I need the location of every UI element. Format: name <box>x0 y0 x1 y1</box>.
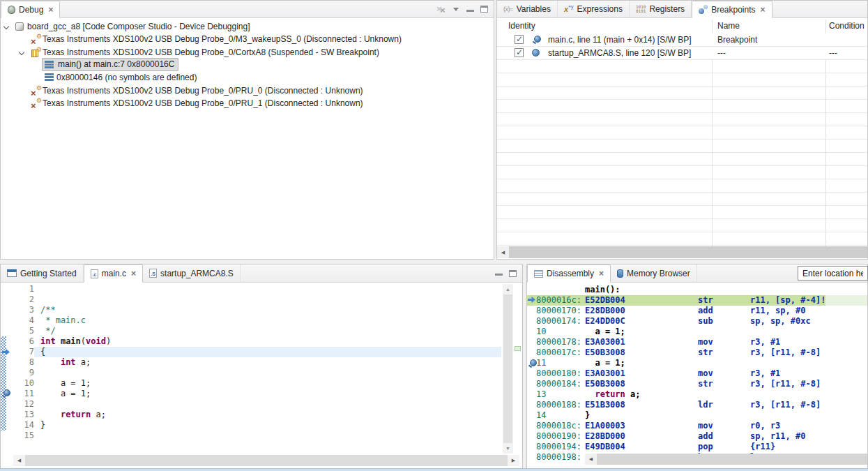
disassembly-row[interactable]: 13 return a; <box>527 389 867 400</box>
disassembly-row[interactable]: 80000180:E3A03001movr3, #1 <box>527 368 867 379</box>
code-line[interactable]: 15 <box>1 431 501 441</box>
close-icon[interactable]: × <box>599 269 604 278</box>
breakpoint-enabled-checkbox[interactable] <box>515 35 524 44</box>
chevron-down-icon[interactable] <box>3 24 9 29</box>
disassembly-row[interactable]: 80000194:E49DB004pop{r11} <box>527 442 867 452</box>
code-text: } <box>34 420 501 431</box>
debug-tree-row[interactable]: main() at main.c:7 0x8000016C <box>1 59 494 72</box>
disassembly-row[interactable]: 80000170:E28DB000addr11, sp, #0 <box>527 306 867 316</box>
close-icon[interactable]: × <box>131 269 136 278</box>
code-line[interactable]: 13 return a; <box>1 410 501 420</box>
scroll-right-icon[interactable]: ▶ <box>508 455 519 467</box>
maximize-icon[interactable] <box>505 264 519 282</box>
disassembly-row[interactable]: 80000188:E51B3008ldrr3, [r11, #-8] <box>527 400 867 410</box>
disassembly-row[interactable]: 80000178:E3A03001movr3, #1 <box>527 337 867 347</box>
scroll-down-icon[interactable]: ▼ <box>503 443 513 454</box>
tab-getting-started[interactable]: Getting Started <box>1 264 84 282</box>
debug-tree-row[interactable]: Texas Instruments XDS100v2 USB Debug Pro… <box>1 47 494 59</box>
column-identity[interactable]: Identity <box>508 21 535 31</box>
tab-expressions[interactable]: x+y Expressions <box>558 1 630 17</box>
code-line[interactable]: 1 <box>1 284 501 294</box>
instruction-mnemonic: str <box>698 347 750 357</box>
tab-registers[interactable]: 10100101 Registers <box>630 1 692 17</box>
disassembly-listing[interactable]: main():8000016c:E52DB004strr11, [sp, #-4… <box>527 283 867 468</box>
remove-all-terminated-icon[interactable]: ×× <box>436 4 449 15</box>
code-text <box>34 368 501 378</box>
disassembly-row[interactable]: 8000016c:E52DB004strr11, [sp, #-4]! <box>527 295 867 306</box>
disassembly-row[interactable]: 80000190:E28BD000addsp, r11, #0 <box>527 431 867 442</box>
tab-memory-browser[interactable]: Memory Browser <box>611 264 697 282</box>
tab-variables-label: Variables <box>517 4 551 14</box>
table-grid <box>497 47 867 246</box>
breakpoint-action-icon <box>532 36 540 44</box>
code-line[interactable]: 4 * main.c <box>1 315 501 326</box>
code-line[interactable]: 12 <box>1 399 501 410</box>
close-icon[interactable]: × <box>761 5 766 15</box>
scrollbar-thumb[interactable] <box>509 246 867 258</box>
instruction-mnemonic: mov <box>698 368 750 378</box>
instruction-mnemonic: mov <box>698 421 750 431</box>
disassembly-row[interactable]: 11 a = 1; <box>527 358 867 368</box>
code-line[interactable]: 8 int a; <box>1 357 501 368</box>
disassembly-row[interactable]: 80000174:E24DD00Csubsp, sp, #0xc <box>527 316 867 327</box>
maximize-icon[interactable] <box>477 1 491 17</box>
scrollbar-thumb[interactable] <box>597 454 867 465</box>
disassembly-row[interactable]: main(): <box>527 285 867 295</box>
horizontal-scrollbar[interactable]: ◀ <box>585 454 867 465</box>
tab-main-c[interactable]: .c main.c × <box>84 264 143 283</box>
debug-tree-row[interactable]: Texas Instruments XDS100v2 USB Debug Pro… <box>1 98 494 110</box>
minimize-icon[interactable] <box>463 1 477 17</box>
instruction-address: 80000188: <box>536 400 585 410</box>
debug-tree-row[interactable]: Texas Instruments XDS100v2 USB Debug Pro… <box>1 33 494 46</box>
location-input[interactable] <box>798 266 868 281</box>
tab-disassembly[interactable]: Disassembly × <box>527 264 611 283</box>
code-line[interactable]: 14} <box>1 420 501 431</box>
disassembly-row[interactable]: 8000018c:E1A00003movr0, r3 <box>527 421 867 431</box>
current-line-marker[interactable] <box>515 346 521 351</box>
code-line[interactable]: 2 <box>1 294 501 305</box>
close-icon[interactable]: × <box>48 5 53 15</box>
disassembly-row[interactable]: 10 a = 1; <box>527 327 867 337</box>
code-line[interactable]: 3/** <box>1 305 501 315</box>
code-line[interactable]: 9 <box>1 368 501 378</box>
code-line[interactable]: 6int main(void) <box>1 336 501 347</box>
horizontal-scrollbar[interactable]: ◀ <box>497 246 867 258</box>
scroll-left-icon[interactable]: ◀ <box>585 454 597 465</box>
debug-tree-row[interactable]: board_gcc_a8 [Code Composer Studio - Dev… <box>1 21 494 33</box>
breakpoint-gutter-icon[interactable] <box>1 389 10 398</box>
scroll-up-icon[interactable]: ▲ <box>503 284 513 294</box>
vertical-scrollbar[interactable]: ▲ ▼ <box>503 284 513 454</box>
chevron-down-icon[interactable] <box>19 49 24 54</box>
minimize-icon[interactable] <box>492 264 505 282</box>
disassembly-row[interactable]: 80000184:E50B3008strr3, [r11, #-8] <box>527 379 867 389</box>
code-editor[interactable]: 123/**4 * main.c5 */6int main(void)7{8 i… <box>1 283 522 468</box>
scroll-left-icon[interactable]: ◀ <box>497 246 509 258</box>
column-name[interactable]: Name <box>717 21 740 31</box>
breakpoint-row[interactable]: main.c, line 11 (main + 0x14) [S/W BP]Br… <box>497 33 867 47</box>
scrollbar-thumb[interactable] <box>503 294 512 443</box>
column-condition[interactable]: Condition <box>829 21 865 31</box>
scroll-left-icon[interactable]: ◀ <box>13 455 25 467</box>
breakpoint-gutter-icon[interactable] <box>528 359 536 368</box>
tab-variables[interactable]: (x)= Variables <box>497 1 558 17</box>
code-text <box>34 284 501 294</box>
tab-breakpoints[interactable]: Breakpoints × <box>692 1 772 18</box>
debug-view-panel: Debug × ×× board_gcc_a8 [Code Composer S… <box>0 0 494 260</box>
view-menu-icon[interactable] <box>449 1 463 17</box>
code-line[interactable]: 10 a = 1; <box>1 378 501 389</box>
selected-stack-frame[interactable]: main() at main.c:7 0x8000016C <box>42 58 178 71</box>
code-line[interactable]: 11 a = 1; <box>1 389 501 399</box>
tab-debug[interactable]: Debug × <box>1 1 60 18</box>
debug-tree-row[interactable]: Texas Instruments XDS100v2 USB Debug Pro… <box>1 85 494 98</box>
scrollbar-thumb[interactable] <box>25 455 508 466</box>
breakpoint-row[interactable]: startup_ARMCA8.S, line 120 [S/W BP]-----… <box>497 47 867 60</box>
tab-startup-armca8[interactable]: .S startup_ARMCA8.S <box>143 264 241 282</box>
code-line[interactable]: 7{ <box>1 347 501 357</box>
debug-tree-row[interactable]: 0x80000146 (no symbols are defined) <box>1 72 494 84</box>
horizontal-scrollbar[interactable]: ◀ ▶ <box>13 455 519 466</box>
disassembly-row[interactable]: 8000017c:E50B3008strr3, [r11, #-8] <box>527 347 867 358</box>
code-line[interactable]: 5 */ <box>1 326 501 336</box>
disassembly-row[interactable]: 14} <box>527 410 867 421</box>
breakpoint-enabled-checkbox[interactable] <box>515 48 524 57</box>
instruction-operands: r11, sp, #0 <box>750 306 805 315</box>
